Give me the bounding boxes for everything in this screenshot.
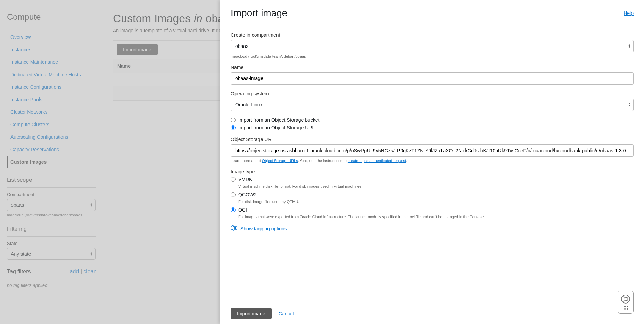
drawer-body: Create in compartment obaas ▲▼ maacloud … <box>220 25 644 303</box>
preauth-request-link[interactable]: create a pre-authenticated request <box>348 159 406 163</box>
svg-point-5 <box>233 229 234 230</box>
vmdk-label: VMDK <box>238 177 252 182</box>
url-label: Object Storage URL <box>231 137 634 142</box>
tagging-row: Show tagging options <box>231 225 634 232</box>
image-type-vmdk-radio[interactable]: VMDK <box>231 177 634 182</box>
image-type-qcow2-radio[interactable]: QCOW2 <box>231 192 634 197</box>
oci-input[interactable] <box>231 207 236 212</box>
grid-dots-icon <box>624 306 628 310</box>
import-image-drawer: Import image Help Create in compartment … <box>220 0 644 324</box>
drawer-header: Import image Help <box>220 0 644 25</box>
source-bucket-label: Import from an Object Storage bucket <box>238 117 319 123</box>
svg-point-1 <box>232 225 233 227</box>
support-fab[interactable] <box>618 291 634 314</box>
vmdk-desc: Virtual machine disk file format. For di… <box>238 184 634 188</box>
image-type-label: Image type <box>231 169 634 174</box>
compartment-select[interactable]: obaas ▲▼ <box>231 40 634 52</box>
oci-label: OCI <box>238 207 247 213</box>
lifebuoy-icon <box>621 294 630 304</box>
compartment-value[interactable]: obaas <box>231 40 634 52</box>
sliders-icon <box>231 225 237 232</box>
os-label: Operating system <box>231 91 634 96</box>
vmdk-input[interactable] <box>231 177 236 182</box>
url-input[interactable] <box>231 144 634 157</box>
help-link[interactable]: Help <box>624 10 634 16</box>
source-bucket-radio[interactable]: Import from an Object Storage bucket <box>231 117 634 123</box>
image-type-oci-radio[interactable]: OCI <box>231 207 634 213</box>
drawer-footer: Import image Cancel <box>220 303 644 324</box>
os-select[interactable]: Oracle Linux ▲▼ <box>231 99 634 111</box>
url-hint: Learn more about Object Storage URLs. Al… <box>231 159 634 163</box>
source-url-radio[interactable]: Import from an Object Storage URL <box>231 125 634 130</box>
source-bucket-input[interactable] <box>231 118 236 122</box>
svg-line-8 <box>622 296 624 298</box>
object-storage-urls-link[interactable]: Object Storage URLs <box>262 159 298 163</box>
svg-line-11 <box>627 300 629 302</box>
svg-line-9 <box>627 296 629 298</box>
name-input[interactable] <box>231 72 634 85</box>
cancel-link[interactable]: Cancel <box>279 311 294 316</box>
os-value[interactable]: Oracle Linux <box>231 99 634 111</box>
qcow2-label: QCOW2 <box>238 192 257 197</box>
name-label: Name <box>231 65 634 70</box>
svg-point-3 <box>234 227 236 229</box>
source-url-input[interactable] <box>231 125 236 130</box>
svg-point-7 <box>624 297 627 301</box>
source-url-label: Import from an Object Storage URL <box>238 125 315 130</box>
compartment-breadcrumb: maacloud (root)/msdata-team/cdebari/obaa… <box>231 54 634 58</box>
qcow2-desc: For disk image files used by QEMU. <box>238 199 634 204</box>
svg-line-10 <box>622 300 624 302</box>
qcow2-input[interactable] <box>231 192 236 197</box>
show-tagging-link[interactable]: Show tagging options <box>240 226 287 231</box>
import-submit-button[interactable]: Import image <box>231 308 272 319</box>
oci-desc: For images that were exported from Oracl… <box>238 215 634 219</box>
drawer-title: Import image <box>231 8 287 19</box>
compartment-label: Create in compartment <box>231 32 634 38</box>
